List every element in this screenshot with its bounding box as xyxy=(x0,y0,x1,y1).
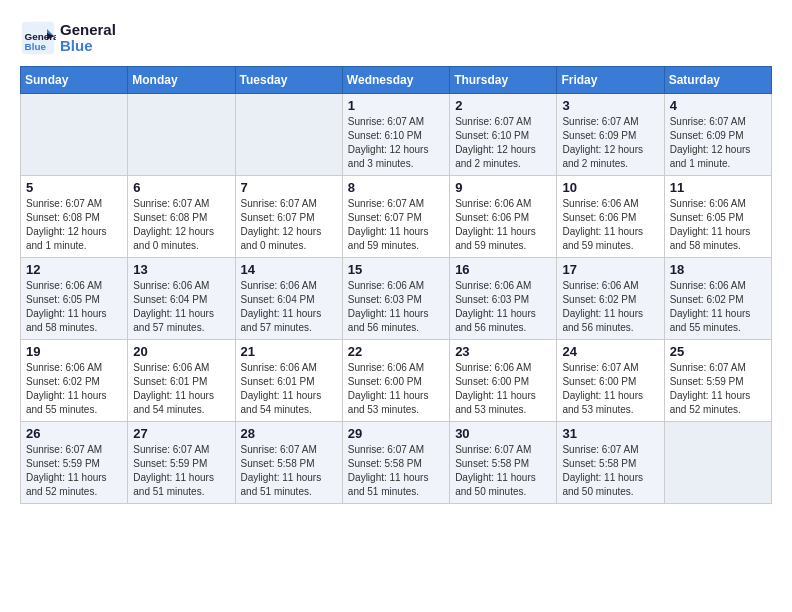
calendar-week-row: 26Sunrise: 6:07 AMSunset: 5:59 PMDayligh… xyxy=(21,422,772,504)
calendar-day-cell xyxy=(128,94,235,176)
day-number: 5 xyxy=(26,180,122,195)
calendar-day-cell: 30Sunrise: 6:07 AMSunset: 5:58 PMDayligh… xyxy=(450,422,557,504)
day-info: Sunrise: 6:07 AMSunset: 6:07 PMDaylight:… xyxy=(348,197,444,253)
day-number: 9 xyxy=(455,180,551,195)
day-number: 15 xyxy=(348,262,444,277)
day-info: Sunrise: 6:06 AMSunset: 6:05 PMDaylight:… xyxy=(26,279,122,335)
calendar-day-cell: 31Sunrise: 6:07 AMSunset: 5:58 PMDayligh… xyxy=(557,422,664,504)
calendar-day-cell xyxy=(664,422,771,504)
day-number: 21 xyxy=(241,344,337,359)
calendar-day-cell: 6Sunrise: 6:07 AMSunset: 6:08 PMDaylight… xyxy=(128,176,235,258)
calendar-day-cell: 28Sunrise: 6:07 AMSunset: 5:58 PMDayligh… xyxy=(235,422,342,504)
day-number: 1 xyxy=(348,98,444,113)
day-number: 6 xyxy=(133,180,229,195)
logo-text: General Blue xyxy=(60,22,116,55)
day-number: 3 xyxy=(562,98,658,113)
day-number: 27 xyxy=(133,426,229,441)
day-info: Sunrise: 6:06 AMSunset: 6:06 PMDaylight:… xyxy=(455,197,551,253)
calendar-day-cell: 17Sunrise: 6:06 AMSunset: 6:02 PMDayligh… xyxy=(557,258,664,340)
calendar-day-cell: 26Sunrise: 6:07 AMSunset: 5:59 PMDayligh… xyxy=(21,422,128,504)
day-number: 10 xyxy=(562,180,658,195)
calendar-day-cell: 11Sunrise: 6:06 AMSunset: 6:05 PMDayligh… xyxy=(664,176,771,258)
column-header-tuesday: Tuesday xyxy=(235,67,342,94)
day-number: 31 xyxy=(562,426,658,441)
day-info: Sunrise: 6:07 AMSunset: 6:09 PMDaylight:… xyxy=(562,115,658,171)
calendar-header-row: SundayMondayTuesdayWednesdayThursdayFrid… xyxy=(21,67,772,94)
day-number: 24 xyxy=(562,344,658,359)
day-number: 14 xyxy=(241,262,337,277)
day-number: 19 xyxy=(26,344,122,359)
day-info: Sunrise: 6:06 AMSunset: 6:06 PMDaylight:… xyxy=(562,197,658,253)
day-info: Sunrise: 6:07 AMSunset: 5:59 PMDaylight:… xyxy=(26,443,122,499)
day-number: 12 xyxy=(26,262,122,277)
day-info: Sunrise: 6:07 AMSunset: 5:59 PMDaylight:… xyxy=(670,361,766,417)
day-info: Sunrise: 6:06 AMSunset: 6:03 PMDaylight:… xyxy=(455,279,551,335)
day-info: Sunrise: 6:06 AMSunset: 6:02 PMDaylight:… xyxy=(562,279,658,335)
day-info: Sunrise: 6:07 AMSunset: 6:10 PMDaylight:… xyxy=(348,115,444,171)
calendar-day-cell: 10Sunrise: 6:06 AMSunset: 6:06 PMDayligh… xyxy=(557,176,664,258)
day-info: Sunrise: 6:06 AMSunset: 6:00 PMDaylight:… xyxy=(455,361,551,417)
day-info: Sunrise: 6:07 AMSunset: 5:59 PMDaylight:… xyxy=(133,443,229,499)
calendar-day-cell: 24Sunrise: 6:07 AMSunset: 6:00 PMDayligh… xyxy=(557,340,664,422)
day-info: Sunrise: 6:06 AMSunset: 6:01 PMDaylight:… xyxy=(241,361,337,417)
calendar-day-cell: 12Sunrise: 6:06 AMSunset: 6:05 PMDayligh… xyxy=(21,258,128,340)
calendar-day-cell: 7Sunrise: 6:07 AMSunset: 6:07 PMDaylight… xyxy=(235,176,342,258)
calendar-day-cell: 25Sunrise: 6:07 AMSunset: 5:59 PMDayligh… xyxy=(664,340,771,422)
day-info: Sunrise: 6:07 AMSunset: 5:58 PMDaylight:… xyxy=(348,443,444,499)
calendar-day-cell: 23Sunrise: 6:06 AMSunset: 6:00 PMDayligh… xyxy=(450,340,557,422)
calendar-week-row: 1Sunrise: 6:07 AMSunset: 6:10 PMDaylight… xyxy=(21,94,772,176)
day-info: Sunrise: 6:06 AMSunset: 6:00 PMDaylight:… xyxy=(348,361,444,417)
calendar-day-cell: 22Sunrise: 6:06 AMSunset: 6:00 PMDayligh… xyxy=(342,340,449,422)
day-info: Sunrise: 6:06 AMSunset: 6:04 PMDaylight:… xyxy=(241,279,337,335)
day-number: 20 xyxy=(133,344,229,359)
page-header: General Blue General Blue xyxy=(20,20,772,56)
day-info: Sunrise: 6:06 AMSunset: 6:02 PMDaylight:… xyxy=(670,279,766,335)
calendar-day-cell: 2Sunrise: 6:07 AMSunset: 6:10 PMDaylight… xyxy=(450,94,557,176)
calendar-day-cell: 15Sunrise: 6:06 AMSunset: 6:03 PMDayligh… xyxy=(342,258,449,340)
svg-text:Blue: Blue xyxy=(25,41,47,52)
column-header-monday: Monday xyxy=(128,67,235,94)
day-info: Sunrise: 6:07 AMSunset: 6:08 PMDaylight:… xyxy=(26,197,122,253)
calendar-week-row: 19Sunrise: 6:06 AMSunset: 6:02 PMDayligh… xyxy=(21,340,772,422)
day-number: 26 xyxy=(26,426,122,441)
calendar-week-row: 12Sunrise: 6:06 AMSunset: 6:05 PMDayligh… xyxy=(21,258,772,340)
calendar-day-cell xyxy=(235,94,342,176)
column-header-thursday: Thursday xyxy=(450,67,557,94)
calendar-day-cell: 1Sunrise: 6:07 AMSunset: 6:10 PMDaylight… xyxy=(342,94,449,176)
day-number: 18 xyxy=(670,262,766,277)
calendar-day-cell: 20Sunrise: 6:06 AMSunset: 6:01 PMDayligh… xyxy=(128,340,235,422)
day-number: 2 xyxy=(455,98,551,113)
calendar-day-cell: 19Sunrise: 6:06 AMSunset: 6:02 PMDayligh… xyxy=(21,340,128,422)
logo: General Blue General Blue xyxy=(20,20,116,56)
column-header-saturday: Saturday xyxy=(664,67,771,94)
day-number: 22 xyxy=(348,344,444,359)
day-number: 13 xyxy=(133,262,229,277)
day-number: 30 xyxy=(455,426,551,441)
day-info: Sunrise: 6:07 AMSunset: 6:00 PMDaylight:… xyxy=(562,361,658,417)
day-number: 7 xyxy=(241,180,337,195)
column-header-wednesday: Wednesday xyxy=(342,67,449,94)
day-info: Sunrise: 6:07 AMSunset: 5:58 PMDaylight:… xyxy=(562,443,658,499)
day-number: 29 xyxy=(348,426,444,441)
column-header-sunday: Sunday xyxy=(21,67,128,94)
calendar-day-cell: 16Sunrise: 6:06 AMSunset: 6:03 PMDayligh… xyxy=(450,258,557,340)
calendar-day-cell: 27Sunrise: 6:07 AMSunset: 5:59 PMDayligh… xyxy=(128,422,235,504)
calendar-day-cell: 9Sunrise: 6:06 AMSunset: 6:06 PMDaylight… xyxy=(450,176,557,258)
calendar-table: SundayMondayTuesdayWednesdayThursdayFrid… xyxy=(20,66,772,504)
day-number: 17 xyxy=(562,262,658,277)
calendar-day-cell xyxy=(21,94,128,176)
day-info: Sunrise: 6:06 AMSunset: 6:05 PMDaylight:… xyxy=(670,197,766,253)
day-info: Sunrise: 6:07 AMSunset: 6:07 PMDaylight:… xyxy=(241,197,337,253)
day-info: Sunrise: 6:07 AMSunset: 6:09 PMDaylight:… xyxy=(670,115,766,171)
column-header-friday: Friday xyxy=(557,67,664,94)
day-number: 4 xyxy=(670,98,766,113)
calendar-day-cell: 8Sunrise: 6:07 AMSunset: 6:07 PMDaylight… xyxy=(342,176,449,258)
day-number: 11 xyxy=(670,180,766,195)
calendar-day-cell: 21Sunrise: 6:06 AMSunset: 6:01 PMDayligh… xyxy=(235,340,342,422)
day-number: 8 xyxy=(348,180,444,195)
calendar-day-cell: 4Sunrise: 6:07 AMSunset: 6:09 PMDaylight… xyxy=(664,94,771,176)
day-number: 28 xyxy=(241,426,337,441)
day-info: Sunrise: 6:06 AMSunset: 6:03 PMDaylight:… xyxy=(348,279,444,335)
day-info: Sunrise: 6:06 AMSunset: 6:04 PMDaylight:… xyxy=(133,279,229,335)
calendar-day-cell: 14Sunrise: 6:06 AMSunset: 6:04 PMDayligh… xyxy=(235,258,342,340)
